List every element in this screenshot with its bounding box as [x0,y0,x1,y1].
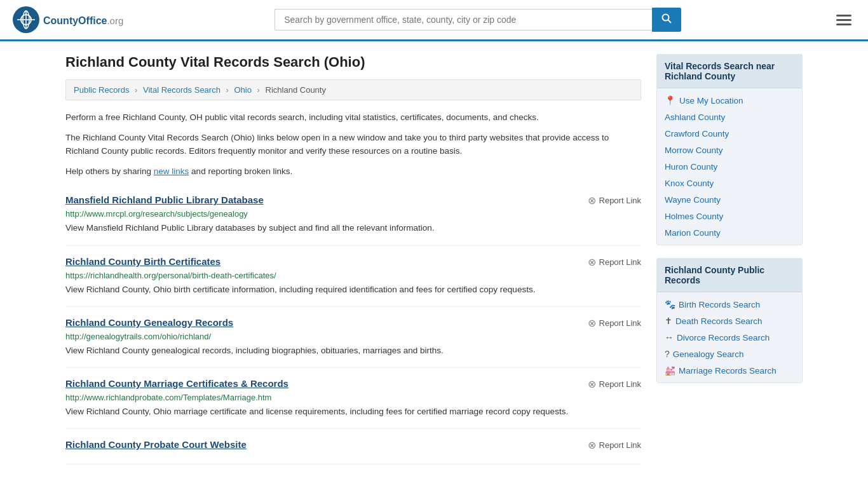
result-title-3[interactable]: Richland County Marriage Certificates & … [65,378,288,389]
main-content: Richland County Vital Records Search (Oh… [65,54,641,464]
public-record-1[interactable]: ✝Death Records Search [657,313,802,329]
nearby-county-3[interactable]: Huron County [657,158,802,175]
description-2: The Richland County Vital Records Search… [65,131,641,158]
use-location-link[interactable]: Use My Location [679,96,743,105]
report-link-0[interactable]: ⊗ Report Link [588,194,641,207]
search-button[interactable] [652,8,681,32]
report-icon-0: ⊗ [588,194,596,207]
county-link-3[interactable]: Huron County [665,162,717,172]
result-desc-2: View Richland County genealogical record… [65,344,641,357]
result-url-0[interactable]: http://www.mrcpl.org/research/subjects/g… [65,209,641,219]
result-url-1[interactable]: https://richlandhealth.org/personal/birt… [65,271,641,280]
page-title: Richland County Vital Records Search (Oh… [65,54,641,71]
result-title-2[interactable]: Richland County Genealogy Records [65,317,233,328]
county-link-2[interactable]: Morrow County [665,146,723,155]
result-title-4[interactable]: Richland County Probate Court Website [65,439,247,450]
record-link-3[interactable]: Genealogy Search [673,349,744,359]
result-desc-0: View Mansfield Richland Public Library d… [65,222,641,234]
result-url-3[interactable]: http://www.richlandprobate.com/Templates… [65,393,641,402]
result-title-1[interactable]: Richland County Birth Certificates [65,256,220,267]
record-icon-3: ? [665,349,670,359]
nearby-header: Vital Records Search near Richland Count… [657,55,802,88]
county-link-5[interactable]: Wayne County [665,195,721,205]
public-records-header: Richland County Public Records [657,259,802,292]
svg-point-5 [663,15,669,21]
result-item-4: Richland County Probate Court Website ⊗ … [65,429,641,464]
record-link-0[interactable]: Birth Records Search [679,300,760,309]
result-header-2: Richland County Genealogy Records ⊗ Repo… [65,317,641,329]
use-location-item[interactable]: 📍 Use My Location [657,92,802,109]
public-record-3[interactable]: ?Genealogy Search [657,346,802,362]
nearby-county-7[interactable]: Marion County [657,224,802,241]
report-link-3[interactable]: ⊗ Report Link [588,378,641,390]
nearby-county-1[interactable]: Crawford County [657,125,802,142]
result-header-4: Richland County Probate Court Website ⊗ … [65,439,641,451]
result-url-2[interactable]: http://genealogytrails.com/ohio/richland… [65,332,641,341]
result-title-0[interactable]: Mansfield Richland Public Library Databa… [65,194,264,205]
report-link-2[interactable]: ⊗ Report Link [588,317,641,329]
record-icon-2: ↔ [665,332,674,342]
breadcrumb: Public Records › Vital Records Search › … [65,79,641,100]
report-icon-4: ⊗ [588,439,596,451]
result-header-1: Richland County Birth Certificates ⊗ Rep… [65,256,641,268]
county-link-4[interactable]: Knox County [665,179,714,188]
public-records-section: Richland County Public Records 🐾Birth Re… [656,258,803,383]
new-links-link[interactable]: new links [154,166,189,176]
report-link-1[interactable]: ⊗ Report Link [588,256,641,268]
record-link-4[interactable]: Marriage Records Search [679,366,776,376]
nearby-county-2[interactable]: Morrow County [657,142,802,158]
description-3: Help others by sharing new links and rep… [65,165,641,179]
report-link-4[interactable]: ⊗ Report Link [588,439,641,451]
county-link-6[interactable]: Holmes County [665,212,723,221]
record-link-2[interactable]: Divorce Records Search [677,333,770,342]
main-container: Richland County Vital Records Search (Oh… [53,41,815,477]
record-icon-1: ✝ [665,316,672,326]
result-item-2: Richland County Genealogy Records ⊗ Repo… [65,307,641,368]
result-item-1: Richland County Birth Certificates ⊗ Rep… [65,246,641,307]
report-icon-3: ⊗ [588,378,596,390]
county-link-0[interactable]: Ashland County [665,112,725,122]
search-area [275,8,681,32]
public-record-0[interactable]: 🐾Birth Records Search [657,296,802,313]
nearby-county-0[interactable]: Ashland County [657,109,802,125]
record-link-1[interactable]: Death Records Search [675,316,763,326]
menu-button[interactable] [832,11,855,29]
nearby-county-5[interactable]: Wayne County [657,191,802,208]
public-record-2[interactable]: ↔Divorce Records Search [657,329,802,346]
report-icon-2: ⊗ [588,317,596,329]
report-icon-1: ⊗ [588,256,596,268]
result-header-3: Richland County Marriage Certificates & … [65,378,641,390]
breadcrumb-vital-records[interactable]: Vital Records Search [143,85,220,95]
breadcrumb-richland: Richland County [266,85,326,95]
result-item-3: Richland County Marriage Certificates & … [65,368,641,429]
results-list: Mansfield Richland Public Library Databa… [65,184,641,464]
nearby-section: Vital Records Search near Richland Count… [656,54,803,245]
header: CountyOffice.org [0,0,868,41]
logo-text: CountyOffice.org [43,13,123,27]
public-record-4[interactable]: 💒Marriage Records Search [657,362,802,379]
nearby-county-4[interactable]: Knox County [657,175,802,191]
result-desc-1: View Richland County, Ohio birth certifi… [65,283,641,296]
location-icon: 📍 [665,95,675,105]
nearby-county-6[interactable]: Holmes County [657,208,802,224]
public-records-list: 🐾Birth Records Search✝Death Records Sear… [657,292,802,383]
svg-line-6 [668,20,672,24]
logo-icon [13,6,39,33]
logo-area: CountyOffice.org [13,6,123,33]
description-1: Perform a free Richland County, OH publi… [65,111,641,125]
breadcrumb-ohio[interactable]: Ohio [234,85,252,95]
record-icon-0: 🐾 [665,299,675,309]
county-link-7[interactable]: Marion County [665,228,721,238]
sidebar: Vital Records Search near Richland Count… [656,54,803,464]
result-desc-3: View Richland County, Ohio marriage cert… [65,405,641,418]
search-input[interactable] [275,9,652,30]
breadcrumb-public-records[interactable]: Public Records [74,85,129,95]
county-link-1[interactable]: Crawford County [665,129,729,139]
nearby-list: 📍 Use My Location Ashland CountyCrawford… [657,88,802,245]
result-item-0: Mansfield Richland Public Library Databa… [65,184,641,245]
result-header-0: Mansfield Richland Public Library Databa… [65,194,641,207]
record-icon-4: 💒 [665,365,675,376]
